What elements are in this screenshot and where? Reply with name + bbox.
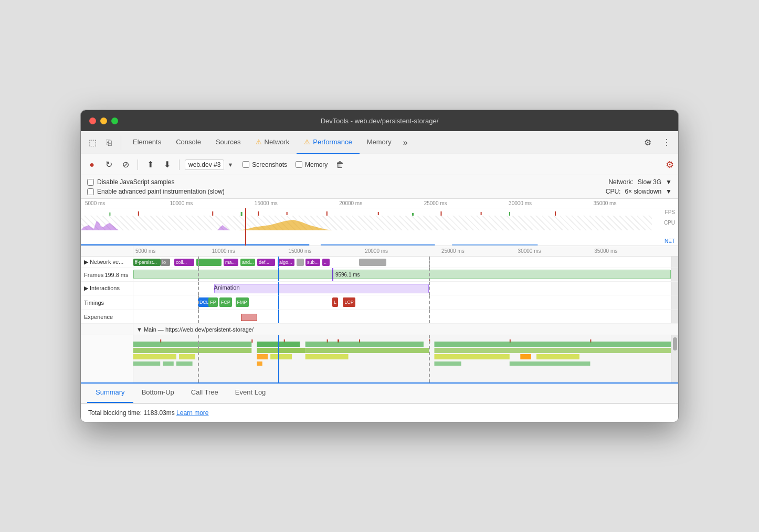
frames-dashed-1 — [198, 268, 199, 281]
timeline-overview[interactable]: 5000 ms 10000 ms 15000 ms 20000 ms 25000… — [81, 199, 678, 246]
net-bar-algo[interactable]: algo... — [278, 259, 294, 266]
net-bar-ma[interactable]: ma... — [224, 259, 238, 266]
svg-rect-11 — [440, 211, 441, 216]
flame-content[interactable] — [133, 335, 671, 382]
download-button[interactable]: ⬇ — [160, 158, 174, 172]
performance-settings-icon[interactable]: ⚙ — [666, 159, 674, 171]
frames-content[interactable]: 9596.1 ms — [133, 268, 671, 281]
fmp-marker[interactable]: FMP — [236, 297, 249, 307]
animation-bar[interactable] — [214, 284, 429, 293]
overview-ruler: 5000 ms 10000 ms 15000 ms 20000 ms 25000… — [81, 199, 678, 208]
ruler-marks-container: 5000 ms 10000 ms 15000 ms 20000 ms 25000… — [133, 248, 671, 254]
upload-button[interactable]: ⬆ — [143, 158, 157, 172]
trash-icon[interactable]: 🗑 — [336, 160, 344, 169]
timings-row: Timings DCL FP FCP FMP L LCP — [81, 295, 678, 310]
flame-scrollbar[interactable] — [671, 335, 678, 382]
select-element-icon[interactable]: ⬚ — [85, 135, 100, 150]
svg-rect-5 — [138, 211, 139, 216]
network-scrollbar[interactable] — [671, 257, 678, 268]
tab-console[interactable]: Console — [168, 131, 208, 154]
playhead-line — [245, 208, 246, 246]
net-bar-empty3[interactable] — [359, 259, 386, 266]
maximize-button[interactable] — [111, 118, 118, 124]
task-markers — [133, 335, 671, 338]
experience-scrollbar[interactable] — [671, 310, 678, 323]
tab-summary[interactable]: Summary — [87, 382, 133, 403]
cpu-dropdown-arrow[interactable]: ▼ — [666, 188, 672, 195]
tab-call-tree[interactable]: Call Tree — [183, 382, 227, 403]
close-button[interactable] — [89, 118, 96, 124]
tabs-bar: ⬚ ⎗ Elements Console Sources ⚠ Network ⚠… — [81, 131, 678, 154]
net-bar-and[interactable]: and... — [240, 259, 255, 266]
fp-marker[interactable]: FP — [208, 297, 218, 307]
settings-icon[interactable]: ⚙ — [640, 135, 655, 150]
main-label-spacer — [81, 324, 133, 335]
tab-elements[interactable]: Elements — [125, 131, 168, 154]
tab-memory[interactable]: Memory — [360, 131, 399, 154]
svg-rect-19 — [452, 244, 537, 246]
frames-block-9596[interactable]: 9596.1 ms — [332, 270, 671, 279]
tabs-right-actions: ⚙ ⋮ — [640, 135, 674, 150]
reload-button[interactable]: ↻ — [102, 158, 115, 172]
disable-js-label: Disable JavaScript samples — [97, 178, 174, 186]
net-bar-empty1[interactable] — [196, 259, 222, 266]
svg-rect-49 — [434, 361, 461, 366]
flame-blue-line — [278, 335, 279, 382]
title-bar: DevTools - web.dev/persistent-storage/ — [81, 110, 678, 131]
tab-event-log[interactable]: Event Log — [227, 382, 275, 403]
interactions-dashed-1 — [198, 282, 199, 295]
interactions-content[interactable]: Animation — [133, 282, 671, 295]
fcp-marker[interactable]: FCP — [219, 297, 232, 307]
main-toolbar: ● ↻ ⊘ ⬆ ⬇ web.dev #3 ▼ Screenshots Memor… — [81, 154, 678, 175]
net-bar-dot[interactable]: .. — [322, 259, 330, 266]
net-bar-def[interactable]: def... — [257, 259, 275, 266]
profile-dropdown-arrow[interactable]: ▼ — [227, 162, 233, 168]
flame-label-spacer — [81, 335, 133, 382]
svg-rect-0 — [81, 211, 652, 216]
l-marker[interactable]: L — [332, 297, 338, 307]
memory-checkbox[interactable] — [296, 161, 302, 168]
interactions-scrollbar[interactable] — [671, 282, 678, 295]
net-bar-coll[interactable]: coll... — [174, 259, 194, 266]
frames-scrollbar[interactable] — [671, 268, 678, 281]
main-ruler-15000: 15000 ms — [288, 248, 365, 254]
tab-network[interactable]: ⚠ Network — [248, 131, 297, 154]
tab-sources[interactable]: Sources — [208, 131, 248, 154]
timings-content[interactable]: DCL FP FCP FMP L LCP — [133, 295, 671, 310]
timings-label: Timings — [81, 295, 133, 310]
experience-dashed-1 — [198, 310, 199, 323]
svg-rect-46 — [163, 361, 173, 366]
record-button[interactable]: ● — [85, 158, 99, 172]
learn-more-link[interactable]: Learn more — [176, 409, 208, 417]
more-tabs-button[interactable]: » — [399, 138, 412, 147]
net-bar-sub[interactable]: sub... — [305, 259, 320, 266]
ruler-mark-25000: 25000 ms — [424, 200, 509, 206]
enable-paint-label: Enable advanced paint instrumentation (s… — [97, 188, 225, 195]
tab-bottom-up[interactable]: Bottom-Up — [133, 382, 183, 403]
svg-rect-10 — [378, 212, 379, 215]
experience-content[interactable] — [133, 310, 671, 323]
net-bar-ff-persist[interactable]: ff-persist... — [133, 259, 161, 266]
tab-performance[interactable]: ⚠ Performance — [297, 131, 359, 154]
interactions-label: ▶ Interactions — [81, 282, 133, 295]
lcp-marker[interactable]: LCP — [343, 297, 355, 307]
profile-select[interactable]: web.dev #3 — [185, 159, 224, 170]
options-row-1: Disable JavaScript samples Network: Slow… — [87, 178, 672, 186]
net-bar-empty2[interactable] — [297, 259, 304, 266]
clear-button[interactable]: ⊘ — [119, 158, 132, 172]
device-toggle-icon[interactable]: ⎗ — [102, 135, 117, 150]
network-row-content[interactable]: ff-persist... lo coll... ma... and... de… — [133, 257, 671, 268]
net-chart — [81, 243, 652, 246]
minimize-button[interactable] — [100, 118, 107, 124]
network-dropdown-arrow[interactable]: ▼ — [666, 178, 672, 186]
more-options-icon[interactable]: ⋮ — [659, 135, 674, 150]
memory-checkbox-item: Memory — [296, 161, 328, 168]
net-bar-lo[interactable]: lo — [161, 259, 170, 266]
disable-js-checkbox[interactable] — [87, 179, 94, 186]
screenshots-checkbox[interactable] — [243, 161, 249, 168]
fps-label: FPS — [665, 209, 675, 215]
scrollbar-thumb[interactable] — [673, 337, 677, 350]
timings-scrollbar[interactable] — [671, 295, 678, 310]
experience-block[interactable] — [241, 314, 257, 321]
enable-paint-checkbox[interactable] — [87, 188, 94, 195]
